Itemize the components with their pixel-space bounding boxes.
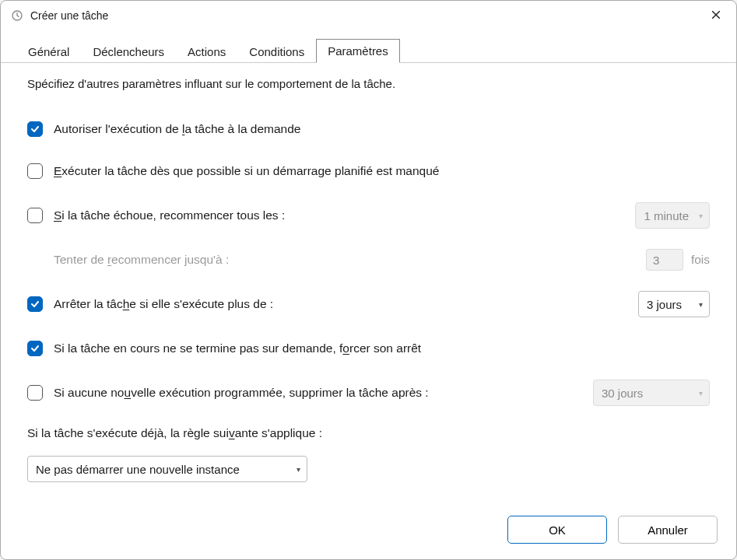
combo-delete-after: 30 jours ▾ xyxy=(593,380,710,406)
tab-content: Spécifiez d'autres paramètres influant s… xyxy=(1,63,736,503)
close-button[interactable] xyxy=(699,4,733,27)
row-run-asap: Exécuter la tâche dès que possible si un… xyxy=(27,160,710,182)
chevron-down-icon: ▾ xyxy=(699,212,703,220)
label-run-asap: Exécuter la tâche dès que possible si un… xyxy=(54,164,710,178)
spinner-retry-attempts: 3 xyxy=(646,249,683,271)
tab-strip: Général Déclencheurs Actions Conditions … xyxy=(1,30,736,63)
tab-triggers[interactable]: Déclencheurs xyxy=(81,40,176,63)
checkbox-run-asap[interactable] xyxy=(27,163,43,179)
settings-description: Spécifiez d'autres paramètres influant s… xyxy=(27,77,710,90)
chevron-down-icon: ▾ xyxy=(699,389,703,397)
tab-actions[interactable]: Actions xyxy=(176,40,237,63)
combo-stop-after[interactable]: 3 jours ▾ xyxy=(638,291,710,317)
label-rule-intro: Si la tâche s'exécute déjà, la règle sui… xyxy=(27,426,710,440)
label-force-stop: Si la tâche en cours ne se termine pas s… xyxy=(54,341,710,355)
combo-instance-rule[interactable]: Ne pas démarrer une nouvelle instance ▾ xyxy=(27,456,307,482)
label-stop-after: Arrêter la tâche si elle s'exécute plus … xyxy=(54,297,638,311)
row-allow-demand: Autoriser l'exécution de la tâche à la d… xyxy=(27,118,710,140)
label-retry: Si la tâche échoue, recommencer tous les… xyxy=(54,208,635,222)
label-delete-after: Si aucune nouvelle exécution programmée,… xyxy=(54,386,593,400)
label-allow-demand: Autoriser l'exécution de la tâche à la d… xyxy=(54,122,710,136)
window-title: Créer une tâche xyxy=(30,9,699,22)
row-retry: Si la tâche échoue, recommencer tous les… xyxy=(27,202,710,229)
label-retry-attempts: Tenter de recommencer jusqu'à : xyxy=(54,253,646,267)
checkbox-delete-after[interactable] xyxy=(27,385,43,401)
checkbox-allow-demand[interactable] xyxy=(27,121,43,137)
chevron-down-icon: ▾ xyxy=(699,300,703,309)
chevron-down-icon: ▾ xyxy=(297,465,300,474)
tab-settings[interactable]: Paramètres xyxy=(316,39,400,63)
tab-general[interactable]: Général xyxy=(16,40,81,63)
row-stop-after: Arrêter la tâche si elle s'exécute plus … xyxy=(27,291,710,317)
checkbox-retry[interactable] xyxy=(27,208,43,223)
combo-retry-interval: 1 minute ▾ xyxy=(635,202,710,229)
checkbox-stop-after[interactable] xyxy=(27,296,43,312)
dialog-footer: OK Annuler xyxy=(1,503,736,559)
row-retry-attempts: Tenter de recommencer jusqu'à : 3 fois xyxy=(27,249,710,271)
tab-conditions[interactable]: Conditions xyxy=(237,40,316,63)
ok-button[interactable]: OK xyxy=(507,516,607,544)
checkbox-force-stop[interactable] xyxy=(27,341,43,356)
row-delete-after: Si aucune nouvelle exécution programmée,… xyxy=(27,380,710,406)
row-force-stop: Si la tâche en cours ne se termine pas s… xyxy=(27,338,710,359)
titlebar: Créer une tâche xyxy=(1,1,736,30)
label-retry-attempts-suffix: fois xyxy=(691,253,710,267)
close-icon xyxy=(711,9,721,23)
clock-icon xyxy=(10,9,24,23)
dialog-window: Créer une tâche Général Déclencheurs Act… xyxy=(0,0,737,560)
cancel-button[interactable]: Annuler xyxy=(618,516,718,544)
